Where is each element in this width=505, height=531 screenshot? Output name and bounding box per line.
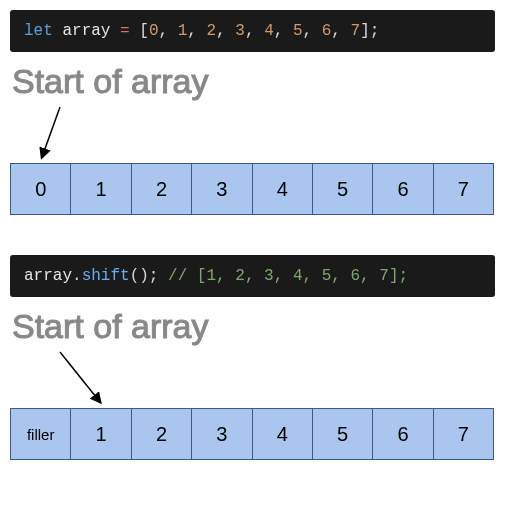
cell-1: 1 <box>71 164 131 214</box>
array-cells-1: 0 1 2 3 4 5 6 7 <box>10 163 494 215</box>
cell-0: 0 <box>11 164 71 214</box>
cell-4b: 4 <box>253 409 313 459</box>
svg-line-0 <box>42 107 60 157</box>
num-4: 4 <box>264 22 274 40</box>
cell-6b: 6 <box>373 409 433 459</box>
method-shift: shift <box>82 267 130 285</box>
parens: () <box>130 267 149 285</box>
num-7: 7 <box>351 22 361 40</box>
cell-7: 7 <box>434 164 493 214</box>
cell-6: 6 <box>373 164 433 214</box>
bracket-close: ]; <box>360 22 379 40</box>
var-array: array <box>62 22 110 40</box>
dot: . <box>72 267 82 285</box>
cell-4: 4 <box>253 164 313 214</box>
cell-2: 2 <box>132 164 192 214</box>
num-5: 5 <box>293 22 303 40</box>
array-cells-2: filler 1 2 3 4 5 6 7 <box>10 408 494 460</box>
cell-7b: 7 <box>434 409 493 459</box>
code-block-declaration: let array = [0, 1, 2, 3, 4, 5, 6, 7]; <box>10 10 495 52</box>
num-3: 3 <box>235 22 245 40</box>
keyword-let: let <box>24 22 53 40</box>
arrow-icon <box>10 350 150 410</box>
cell-5b: 5 <box>313 409 373 459</box>
cell-5: 5 <box>313 164 373 214</box>
var-array-2: array <box>24 267 72 285</box>
comment-result: // [1, 2, 3, 4, 5, 6, 7]; <box>168 267 408 285</box>
cell-filler: filler <box>11 409 71 459</box>
cell-2b: 2 <box>132 409 192 459</box>
heading-start-of-array-2: Start of array <box>10 307 495 346</box>
arrow-to-first-cell-2 <box>10 350 495 408</box>
arrow-to-first-cell-1 <box>10 105 495 163</box>
heading-start-of-array-1: Start of array <box>10 62 495 101</box>
cell-3: 3 <box>192 164 252 214</box>
bracket-open: [ <box>139 22 149 40</box>
num-2: 2 <box>207 22 217 40</box>
cell-3b: 3 <box>192 409 252 459</box>
arrow-icon <box>10 105 110 165</box>
svg-line-1 <box>60 352 100 402</box>
code-block-shift: array.shift(); // [1, 2, 3, 4, 5, 6, 7]; <box>10 255 495 297</box>
num-1: 1 <box>178 22 188 40</box>
op-equals: = <box>120 22 130 40</box>
semicolon: ; <box>149 267 159 285</box>
cell-1b: 1 <box>71 409 131 459</box>
num-6: 6 <box>322 22 332 40</box>
